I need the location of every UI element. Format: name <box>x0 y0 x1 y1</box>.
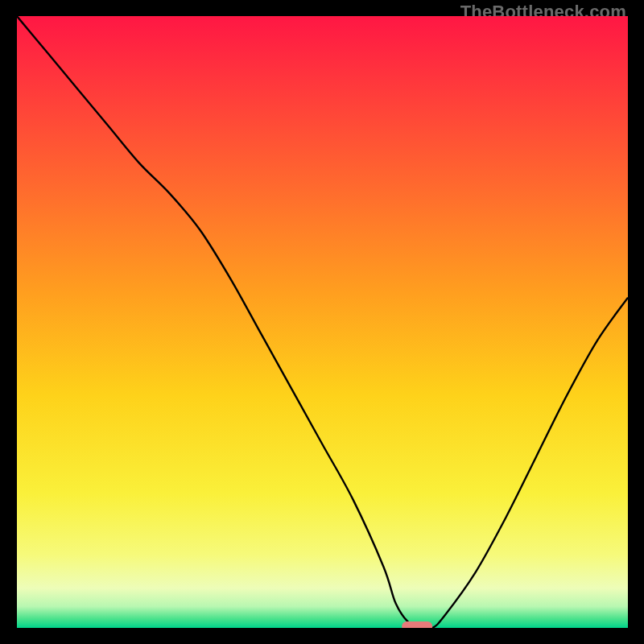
plot-area <box>17 16 628 628</box>
optimal-marker <box>402 621 432 628</box>
gradient-background <box>17 16 628 628</box>
chart-frame: TheBottleneck.com <box>0 0 644 644</box>
bottleneck-chart <box>17 16 628 628</box>
